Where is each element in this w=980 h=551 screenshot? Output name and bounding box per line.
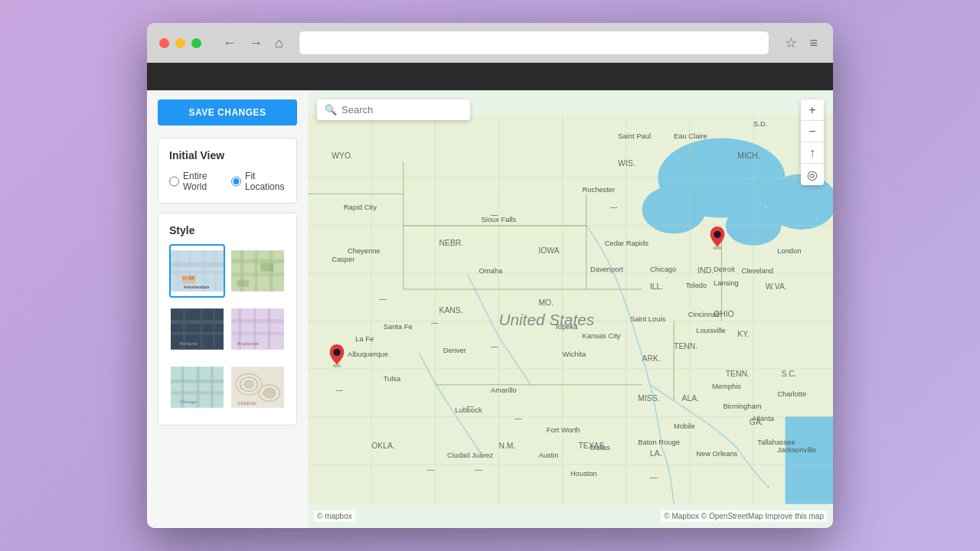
svg-rect-15 xyxy=(255,250,258,292)
svg-text:—: — xyxy=(335,386,343,394)
svg-text:—: — xyxy=(491,343,498,350)
svg-text:Cedar Rapids: Cedar Rapids xyxy=(605,240,648,247)
marker-northeast[interactable] xyxy=(708,227,727,253)
zoom-in-button[interactable]: + xyxy=(801,99,824,121)
svg-point-156 xyxy=(714,230,720,237)
locate-button[interactable]: ◎ xyxy=(801,164,824,185)
svg-text:Portland: Portland xyxy=(180,341,198,346)
bookmark-button[interactable]: ☆ xyxy=(782,31,800,54)
svg-rect-8 xyxy=(182,276,187,280)
svg-text:Lubbock: Lubbock xyxy=(455,406,482,414)
svg-text:—: — xyxy=(475,466,482,474)
nav-controls: ← → ⌂ xyxy=(220,32,286,54)
svg-text:Binghamton: Binghamton xyxy=(237,341,260,346)
initial-view-title: Initial View xyxy=(169,149,286,161)
svg-text:ILL.: ILL. xyxy=(650,282,663,291)
svg-text:OKLA.: OKLA. xyxy=(371,442,395,450)
style-thumb-chicago[interactable]: Chicago xyxy=(169,360,225,414)
search-bar[interactable]: 🔍 xyxy=(317,99,470,120)
traffic-light-close[interactable] xyxy=(159,38,169,48)
svg-text:Cleveland: Cleveland xyxy=(741,267,773,275)
svg-rect-3 xyxy=(177,250,180,292)
svg-text:Santa Fe: Santa Fe xyxy=(384,323,413,331)
menu-button[interactable]: ≡ xyxy=(806,32,821,54)
svg-text:Mobile: Mobile xyxy=(674,422,695,430)
fit-locations-option[interactable]: Fit Locations xyxy=(231,171,286,192)
entire-world-radio[interactable] xyxy=(169,176,179,187)
svg-text:Saint Louis: Saint Louis xyxy=(630,315,666,323)
svg-text:Birmingham: Birmingham xyxy=(724,403,762,410)
title-bar: ← → ⌂ ☆ ≡ xyxy=(147,23,833,63)
search-icon: 🔍 xyxy=(325,104,337,116)
address-input[interactable] xyxy=(309,37,760,49)
browser-actions: ☆ ≡ xyxy=(782,31,821,54)
svg-text:Rapid City: Rapid City xyxy=(344,204,377,211)
svg-rect-24 xyxy=(213,308,215,350)
entire-world-label: Entire World xyxy=(183,171,222,192)
svg-text:—: — xyxy=(650,474,658,481)
svg-text:Tallahassee: Tallahassee xyxy=(757,439,795,446)
search-input[interactable] xyxy=(341,104,462,116)
entire-world-option[interactable]: Entire World xyxy=(169,171,222,192)
style-title: Style xyxy=(169,224,286,236)
svg-text:NEBR.: NEBR. xyxy=(439,239,464,247)
style-thumb-portland[interactable]: Portland xyxy=(169,302,225,356)
svg-text:United States: United States xyxy=(498,311,594,328)
svg-text:TENN.: TENN. xyxy=(726,370,750,378)
svg-rect-31 xyxy=(268,308,271,350)
svg-text:London: London xyxy=(777,247,801,255)
svg-text:WIS.: WIS. xyxy=(618,159,635,168)
home-button[interactable]: ⌂ xyxy=(272,32,286,54)
svg-rect-21 xyxy=(171,332,224,335)
compass-button[interactable]: ↑ xyxy=(801,142,824,164)
svg-text:—: — xyxy=(514,415,522,422)
marker-southwest[interactable] xyxy=(328,344,346,370)
browser-window: ← → ⌂ ☆ ≡ SAVE CHANGES Initial View Enti… xyxy=(147,23,833,528)
traffic-light-minimize[interactable] xyxy=(175,38,185,48)
svg-rect-18 xyxy=(260,263,273,272)
style-thumb-amsterdam[interactable]: Amsterdam xyxy=(169,244,225,298)
svg-text:MO.: MO. xyxy=(538,298,554,307)
zoom-out-button[interactable]: − xyxy=(801,121,824,142)
svg-text:WYO.: WYO. xyxy=(332,152,353,160)
style-grid: Amsterdam xyxy=(169,244,286,414)
fit-locations-radio[interactable] xyxy=(231,176,241,187)
back-button[interactable]: ← xyxy=(220,32,240,54)
svg-text:New Orleans: New Orleans xyxy=(696,450,737,458)
svg-text:Amsterdam: Amsterdam xyxy=(184,284,210,289)
svg-rect-9 xyxy=(188,276,194,280)
style-thumb-madrid[interactable] xyxy=(230,244,286,298)
save-changes-button[interactable]: SAVE CHANGES xyxy=(158,99,297,126)
svg-text:N.M.: N.M. xyxy=(498,442,515,450)
map-attribution: © Mapbox © OpenStreetMap Improve this ma… xyxy=(661,510,827,522)
svg-text:Davenport: Davenport xyxy=(590,266,624,273)
svg-text:Detroit: Detroit xyxy=(714,266,735,273)
svg-text:Cheyenne: Cheyenne xyxy=(348,247,381,255)
svg-text:Tulsa: Tulsa xyxy=(384,375,401,383)
svg-text:Houston: Houston xyxy=(570,470,597,478)
forward-button[interactable]: → xyxy=(246,32,266,54)
svg-text:Atlanta: Atlanta xyxy=(752,415,775,422)
svg-text:Denver: Denver xyxy=(443,347,466,354)
style-thumb-binghamton[interactable]: Binghamton xyxy=(230,302,286,356)
svg-text:Louisville: Louisville xyxy=(696,327,725,334)
svg-text:La Fe: La Fe xyxy=(355,335,374,343)
initial-view-section: Initial View Entire World Fit Locations xyxy=(158,138,297,204)
address-bar[interactable] xyxy=(299,31,770,55)
svg-text:Charlotte: Charlotte xyxy=(777,390,806,398)
svg-text:KY.: KY. xyxy=(737,330,749,338)
svg-rect-6 xyxy=(215,250,217,292)
style-thumb-geneva[interactable]: GENEVE xyxy=(230,360,286,414)
toolbar-bar xyxy=(147,63,833,90)
svg-text:GENEVE: GENEVE xyxy=(237,400,257,406)
svg-text:Eau Claire: Eau Claire xyxy=(674,132,707,140)
traffic-light-maximize[interactable] xyxy=(191,38,201,48)
svg-text:ARK.: ARK. xyxy=(642,354,661,363)
svg-text:LA.: LA. xyxy=(650,449,662,458)
map-area[interactable]: WYO. MICH. WIS. NEBR. IOWA KANS. MO. ILL… xyxy=(308,90,833,528)
svg-text:Rochester: Rochester xyxy=(583,186,616,194)
style-section: Style xyxy=(158,213,297,425)
svg-text:—: — xyxy=(431,319,439,327)
svg-text:ALA.: ALA. xyxy=(682,394,700,403)
svg-text:Memphis: Memphis xyxy=(712,383,741,390)
